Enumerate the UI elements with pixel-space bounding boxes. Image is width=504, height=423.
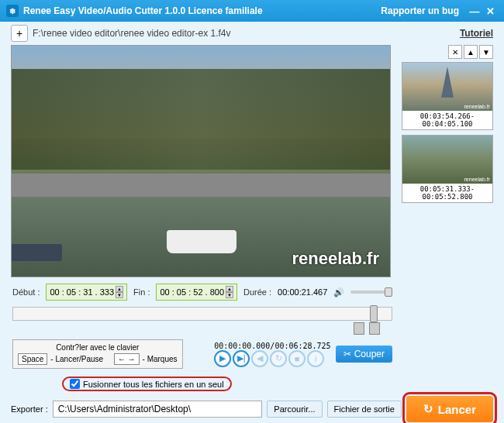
start-down-icon[interactable]: ▼	[116, 292, 123, 298]
close-button[interactable]: ✕	[482, 4, 498, 18]
stop-button[interactable]: ■	[288, 350, 306, 367]
mark-out-icon[interactable]	[369, 322, 380, 335]
play-button[interactable]: ▶	[214, 350, 231, 367]
start-up-icon[interactable]: ▲	[116, 286, 123, 292]
merge-checkbox[interactable]	[70, 379, 80, 389]
export-path-input[interactable]	[53, 401, 263, 418]
loop-button[interactable]: ↻	[270, 350, 287, 367]
merge-checkbox-row[interactable]: Fusionner tous les fichiers en un seul	[62, 377, 232, 391]
video-preview[interactable]: reneelab.fr	[11, 45, 391, 277]
report-bug-link[interactable]: Rapporter un bug	[381, 5, 459, 16]
prev-button[interactable]: ◀	[251, 350, 268, 367]
minimize-button[interactable]: —	[467, 4, 482, 18]
end-down-icon[interactable]: ▼	[226, 292, 233, 298]
keyboard-help: Contr?ler avec le clavier Space- Lancer/…	[12, 339, 183, 369]
app-title: Renee Easy Video/Audio Cutter 1.0.0 Lice…	[23, 5, 263, 16]
add-file-button[interactable]: +	[11, 25, 28, 42]
delete-clip-button[interactable]: ✕	[448, 45, 462, 59]
volume-slider[interactable]	[350, 291, 392, 294]
cut-button[interactable]: ✂Couper	[336, 346, 392, 363]
refresh-icon: ↻	[423, 402, 433, 416]
move-down-button[interactable]: ▼	[479, 45, 493, 59]
watermark: reneelab.fr	[292, 249, 380, 269]
start-label: Début :	[12, 287, 40, 297]
time-row: Début : 00 : 05 : 31 . 333▲▼ Fin : 00 : …	[11, 277, 394, 307]
timeline-slider[interactable]	[12, 307, 392, 321]
clip-item[interactable]: reneelab.fr 00:03:54.266-00:04:05.100	[402, 62, 493, 130]
mark-in-icon[interactable]	[354, 322, 364, 335]
launch-button[interactable]: ↻Lancer	[406, 396, 493, 422]
clips-panel: ✕ ▲ ▼ reneelab.fr 00:03:54.266-00:04:05.…	[402, 45, 493, 372]
export-label: Exporter :	[11, 404, 48, 414]
next-frame-button[interactable]: ▶|	[233, 350, 250, 367]
info-button[interactable]: i	[307, 350, 324, 367]
start-time-input[interactable]: 00 : 05 : 31 . 333▲▼	[46, 284, 127, 301]
move-up-button[interactable]: ▲	[464, 45, 478, 59]
end-up-icon[interactable]: ▲	[226, 286, 233, 292]
timecode: 00:00:00.000/00:06:28.725	[214, 342, 331, 350]
scissors-icon: ✂	[343, 349, 351, 359]
end-time-input[interactable]: 00 : 05 : 52 . 800▲▼	[156, 284, 237, 301]
output-folder-button[interactable]: Fichier de sortie	[327, 401, 402, 418]
app-logo-icon: ❄	[6, 5, 19, 17]
title-bar: ❄ Renee Easy Video/Audio Cutter 1.0.0 Li…	[0, 0, 504, 22]
browse-button[interactable]: Parcourir...	[267, 401, 322, 418]
duration-value: 00:00:21.467	[278, 287, 327, 297]
clip-item[interactable]: reneelab.fr 00:05:31.333-00:05:52.800	[402, 135, 493, 203]
tutorial-link[interactable]: Tutoriel	[460, 28, 493, 39]
duration-label: Durée :	[243, 287, 271, 297]
slider-thumb[interactable]	[370, 305, 378, 322]
end-label: Fin :	[133, 287, 150, 297]
clip-range: 00:05:31.333-00:05:52.800	[402, 184, 492, 202]
file-path: F:\renee video editor\renee video editor…	[33, 28, 455, 39]
path-bar: + F:\renee video editor\renee video edit…	[0, 22, 504, 45]
volume-icon[interactable]: 🔊	[333, 287, 344, 297]
clip-range: 00:03:54.266-00:04:05.100	[402, 111, 492, 129]
